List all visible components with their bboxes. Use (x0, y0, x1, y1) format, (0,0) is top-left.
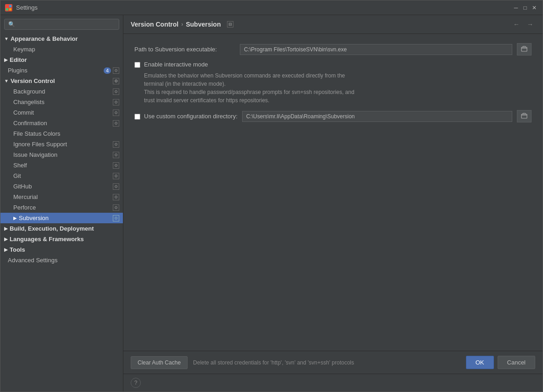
settings-window: Settings ─ □ ✕ ▼ Appearance & Behavior K… (0, 0, 543, 392)
plugins-badge: 4 (104, 67, 111, 74)
svg-rect-5 (521, 114, 527, 118)
sidebar-item-ignore-files[interactable]: Ignore Files Support ⚙ (0, 139, 123, 149)
interactive-mode-description: Emulates the behavior when Subversion co… (144, 72, 532, 105)
sidebar-item-commit[interactable]: Commit ⚙ (0, 107, 123, 118)
sidebar: ▼ Appearance & Behavior Keymap ▶ Editor … (0, 15, 123, 392)
github-gear-icon[interactable]: ⚙ (113, 183, 119, 190)
sidebar-item-advanced[interactable]: Advanced Settings (0, 255, 123, 265)
breadcrumb-gear-icon[interactable]: ⊟ (227, 21, 233, 28)
interactive-mode-label: Enable interactive mode (144, 61, 208, 68)
issue-gear-icon[interactable]: ⚙ (113, 152, 119, 158)
chevron-right-icon: ▶ (4, 57, 8, 62)
sidebar-item-file-status-colors[interactable]: File Status Colors (0, 128, 123, 139)
path-row: Path to Subversion executable: (134, 43, 532, 55)
chevron-down-icon: ▼ (4, 36, 9, 41)
header-actions: ← → (511, 20, 535, 29)
breadcrumb: Version Control › Subversion ⊟ (131, 21, 511, 28)
breadcrumb-separator: › (181, 21, 183, 28)
sidebar-item-tools[interactable]: ▶ Tools (0, 244, 123, 255)
sidebar-item-mercurial[interactable]: Mercurial ⚙ (0, 192, 123, 202)
sidebar-item-keymap[interactable]: Keymap (0, 44, 123, 55)
commit-gear-icon[interactable]: ⚙ (113, 110, 119, 116)
changelists-gear-icon[interactable]: ⚙ (113, 99, 119, 105)
content-area: Version Control › Subversion ⊟ ← → Path … (123, 15, 543, 392)
sidebar-item-github[interactable]: GitHub ⚙ (0, 181, 123, 192)
content-body: Path to Subversion executable: Enable in… (123, 34, 543, 351)
sidebar-item-changelists[interactable]: Changelists ⚙ (0, 97, 123, 107)
sidebar-item-plugins[interactable]: Plugins 4 ⚙ (0, 65, 123, 76)
svg-rect-4 (521, 47, 527, 51)
sidebar-item-languages[interactable]: ▶ Languages & Frameworks (0, 234, 123, 244)
lang-chevron-icon: ▶ (4, 237, 8, 242)
custom-config-label: Use custom configuration directory: (144, 113, 238, 120)
window-title: Settings (16, 4, 512, 11)
build-chevron-icon: ▶ (4, 226, 8, 231)
sidebar-item-shelf[interactable]: Shelf ⚙ (0, 160, 123, 171)
footer-buttons: OK Cancel (466, 356, 535, 369)
clear-cache-note: Delete all stored credentials for 'http'… (193, 359, 354, 366)
shelf-gear-icon[interactable]: ⚙ (113, 162, 119, 169)
subversion-gear-icon[interactable]: ⚙ (113, 215, 119, 221)
mercurial-gear-icon[interactable]: ⚙ (113, 194, 119, 200)
vc-gear-icon[interactable]: ⚙ (113, 78, 119, 84)
interactive-mode-checkbox[interactable] (134, 62, 140, 68)
svg-rect-2 (6, 8, 8, 11)
titlebar: Settings ─ □ ✕ (0, 0, 543, 15)
sidebar-item-subversion[interactable]: ▶ Subversion ⚙ (0, 213, 123, 223)
sidebar-item-build[interactable]: ▶ Build, Execution, Deployment (0, 223, 123, 234)
maximize-button[interactable]: □ (521, 4, 529, 11)
plugins-gear-icon[interactable]: ⚙ (113, 67, 119, 74)
subversion-chevron-icon: ▶ (13, 215, 17, 221)
sidebar-item-editor[interactable]: ▶ Editor (0, 55, 123, 65)
path-input[interactable] (240, 44, 512, 55)
main-content: ▼ Appearance & Behavior Keymap ▶ Editor … (0, 15, 543, 392)
app-icon (5, 4, 12, 11)
plugins-right: 4 ⚙ (104, 67, 119, 74)
breadcrumb-parent: Version Control (131, 21, 178, 28)
confirmation-gear-icon[interactable]: ⚙ (113, 120, 119, 127)
help-button[interactable]: ? (131, 378, 141, 388)
custom-config-browse-button[interactable] (517, 110, 532, 122)
custom-config-row: Use custom configuration directory: (134, 110, 532, 122)
sidebar-item-perforce[interactable]: Perforce ⚙ (0, 202, 123, 213)
vc-chevron-icon: ▼ (4, 78, 9, 83)
search-input[interactable] (4, 19, 119, 30)
cancel-button[interactable]: Cancel (498, 356, 535, 369)
sidebar-item-issue-navigation[interactable]: Issue Navigation ⚙ (0, 149, 123, 160)
clear-auth-cache-button[interactable]: Clear Auth Cache (131, 356, 188, 369)
bottom-bar: ? (123, 374, 543, 392)
custom-config-checkbox[interactable] (134, 114, 140, 120)
interactive-mode-row: Enable interactive mode (134, 61, 532, 68)
sidebar-item-git[interactable]: Git ⚙ (0, 171, 123, 181)
sidebar-item-appearance[interactable]: ▼ Appearance & Behavior (0, 33, 123, 44)
close-button[interactable]: ✕ (531, 4, 538, 11)
sidebar-item-background[interactable]: Background ⚙ (0, 86, 123, 97)
forward-button[interactable]: → (525, 20, 535, 29)
sidebar-item-version-control[interactable]: ▼ Version Control ⚙ (0, 76, 123, 86)
svg-rect-0 (6, 5, 8, 7)
perforce-gear-icon[interactable]: ⚙ (113, 204, 119, 211)
window-controls: ─ □ ✕ (512, 4, 538, 11)
ok-button[interactable]: OK (466, 356, 494, 369)
ignore-gear-icon[interactable]: ⚙ (113, 141, 119, 148)
svg-rect-1 (9, 5, 11, 7)
svg-rect-3 (9, 8, 11, 11)
path-label: Path to Subversion executable: (134, 46, 235, 53)
tools-chevron-icon: ▶ (4, 247, 8, 252)
content-footer: Clear Auth Cache Delete all stored crede… (123, 351, 543, 374)
back-button[interactable]: ← (511, 20, 521, 29)
sidebar-item-confirmation[interactable]: Confirmation ⚙ (0, 118, 123, 128)
custom-config-input[interactable] (242, 111, 512, 122)
git-gear-icon[interactable]: ⚙ (113, 173, 119, 179)
content-header: Version Control › Subversion ⊟ ← → (123, 15, 543, 34)
custom-config-left: Use custom configuration directory: (134, 113, 238, 120)
background-gear-icon[interactable]: ⚙ (113, 88, 119, 95)
breadcrumb-current: Subversion (186, 21, 221, 28)
path-browse-button[interactable] (517, 43, 532, 55)
minimize-button[interactable]: ─ (512, 4, 520, 11)
